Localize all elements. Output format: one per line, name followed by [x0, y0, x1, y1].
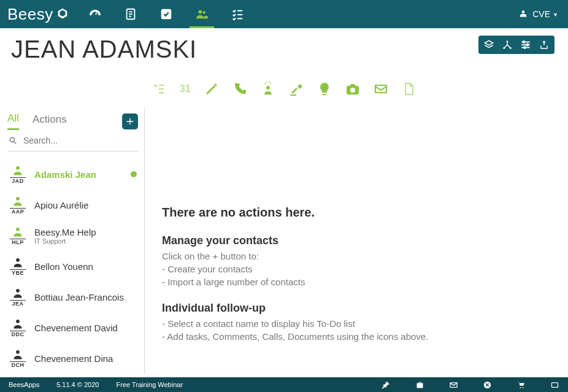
action-calendar[interactable]: 31	[180, 82, 191, 96]
contact-row[interactable]: JEABottiau Jean-Francois	[7, 282, 138, 312]
footer-envelope-icon[interactable]	[449, 380, 458, 390]
contact-initials: JEA	[10, 300, 26, 307]
footer-briefcase-icon[interactable]	[415, 380, 424, 390]
contact-row[interactable]: YBEBellon Youenn	[7, 251, 138, 282]
action-idea[interactable]	[317, 82, 332, 96]
mail-icon	[374, 82, 388, 96]
empty-p1: Click on the + button to:	[162, 251, 551, 261]
contact-text: Chevenement Dina	[34, 353, 137, 364]
action-delegate[interactable]	[261, 82, 275, 96]
app-name: Beesy	[7, 5, 53, 24]
nav-people[interactable]	[193, 0, 210, 28]
contact-name: Bellon Youenn	[34, 261, 93, 272]
action-decision[interactable]	[289, 82, 304, 96]
tab-all[interactable]: All	[7, 112, 19, 130]
nav-notes[interactable]	[122, 0, 139, 28]
contact-row[interactable]: DDCChevenement David	[7, 312, 138, 343]
people-icon	[195, 7, 209, 21]
svg-point-19	[524, 47, 526, 48]
contact-initials: DCH	[10, 361, 26, 368]
plus-icon	[125, 117, 135, 126]
action-checklist[interactable]	[152, 82, 166, 96]
footer-cart-icon[interactable]	[516, 380, 526, 390]
person-icon	[12, 256, 24, 269]
phone-icon	[232, 82, 247, 96]
contact-row[interactable]: AAPApiou Aurélie	[7, 190, 138, 220]
search-icon	[9, 136, 17, 145]
action-document[interactable]	[402, 82, 416, 96]
contact-text: Beesy.Me HelpIT Support	[34, 227, 137, 245]
footer-webinar[interactable]: Free Training Webinar	[116, 381, 183, 388]
svg-point-28	[16, 228, 20, 231]
empty-p5: - Add tasks, Comments, Calls, Documents …	[162, 331, 551, 342]
lightbulb-icon	[317, 82, 332, 96]
footer-close-circle-icon[interactable]	[483, 380, 492, 390]
contact-name: Adamski Jean	[34, 169, 96, 180]
action-photo[interactable]	[345, 82, 360, 96]
contact-initials: JAD	[10, 177, 26, 184]
svg-point-5	[198, 10, 202, 13]
bottom-bar: BeesApps 5.11.4 © 2020 Free Training Web…	[0, 377, 568, 392]
empty-state: There are no actions here. Manage your c…	[162, 206, 551, 342]
action-call[interactable]	[232, 82, 247, 96]
contact-row[interactable]: DCHChevenement Dina	[7, 343, 138, 374]
structure-icon[interactable]	[502, 39, 513, 50]
caret-down-icon: ▾	[554, 11, 557, 18]
contact-row[interactable]: JADAdamski Jean	[7, 159, 138, 190]
contact-avatar: JEA	[9, 287, 27, 307]
empty-p4: - Select a contact name to display his T…	[162, 318, 551, 329]
checklist-small-icon	[152, 82, 166, 96]
empty-title: There are no actions here.	[162, 206, 551, 220]
nav-checklist[interactable]	[229, 0, 246, 28]
export-icon[interactable]	[539, 39, 550, 50]
camera-icon	[345, 82, 360, 96]
svg-point-31	[16, 320, 20, 323]
contact-subtitle: IT Support	[34, 237, 137, 245]
action-edit[interactable]	[204, 82, 219, 96]
app-logo: Beesy	[7, 5, 69, 24]
contact-text: Apiou Aurélie	[34, 200, 137, 210]
svg-point-24	[10, 137, 14, 142]
search-input[interactable]	[22, 135, 137, 146]
svg-line-25	[14, 142, 17, 144]
file-icon	[402, 82, 416, 96]
svg-point-30	[16, 289, 20, 293]
contact-name: Beesy.Me Help	[34, 227, 96, 237]
contact-avatar: JAD	[9, 164, 27, 184]
search-row	[7, 130, 138, 152]
main-content: There are no actions here. Manage your c…	[145, 107, 568, 374]
add-contact-button[interactable]	[122, 113, 138, 129]
user-menu[interactable]: CVE ▾	[518, 9, 557, 20]
body: All Actions JADAdamski JeanAAPApiou Auré…	[0, 107, 568, 374]
sliders-icon[interactable]	[520, 39, 531, 50]
gavel-icon	[289, 82, 304, 96]
contact-initials: DDC	[10, 331, 26, 337]
page-title: JEAN ADAMSKI	[11, 36, 197, 63]
contact-text: Adamski Jean	[34, 169, 123, 180]
layers-icon[interactable]	[483, 39, 494, 50]
contact-row[interactable]: HLPBeesy.Me HelpIT Support	[7, 220, 138, 251]
empty-p3: - Import a large number of contacts	[162, 277, 551, 287]
footer-expand-icon[interactable]	[550, 380, 559, 390]
footer-version: 5.11.4 © 2020	[56, 381, 99, 388]
footer-icons	[382, 380, 559, 390]
footer-pin-icon[interactable]	[382, 380, 391, 390]
tab-actions[interactable]: Actions	[33, 113, 67, 129]
contact-text: Bottiau Jean-Francois	[34, 292, 137, 302]
nav-dashboard[interactable]	[86, 0, 104, 28]
checklist-icon	[231, 7, 244, 21]
contact-text: Chevenement David	[34, 323, 137, 333]
page-toolbar	[478, 36, 555, 54]
empty-h2: Individual follow-up	[162, 302, 551, 315]
svg-point-27	[16, 197, 20, 201]
nav-tasks[interactable]	[158, 0, 175, 28]
svg-point-10	[522, 10, 525, 13]
topbar: Beesy CVE ▾	[0, 0, 568, 28]
footer-brand[interactable]: BeesApps	[9, 381, 39, 388]
empty-p2: - Create your contacts	[162, 264, 551, 274]
person-icon	[12, 318, 24, 330]
action-mail[interactable]	[374, 82, 388, 96]
contact-row[interactable]: ACICipriani Alex	[7, 374, 138, 374]
delegate-icon	[261, 82, 275, 96]
svg-point-36	[520, 386, 521, 388]
